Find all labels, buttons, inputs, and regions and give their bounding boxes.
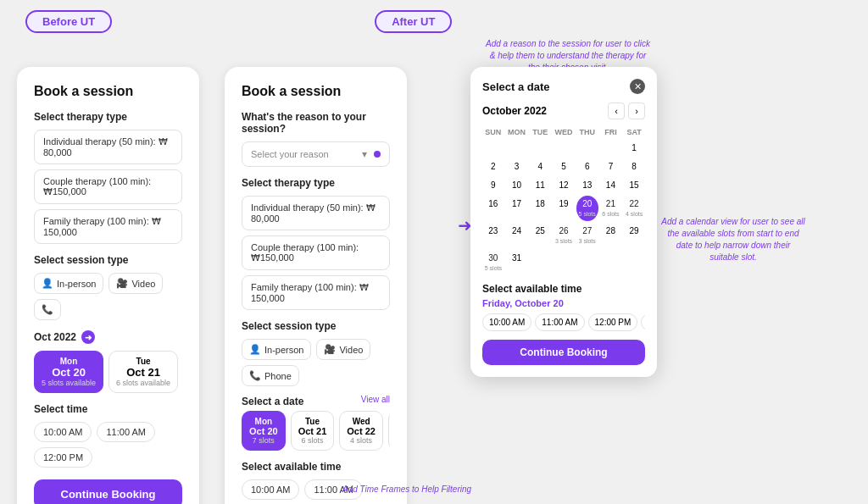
after-session-btn-phone[interactable]: 📞 Phone — [242, 365, 299, 386]
phone-icon: 📞 — [249, 370, 261, 381]
after-therapy-1[interactable]: Couple therapy (100 min): ₩150,000 — [242, 235, 390, 270]
after-session-label: Select session type — [242, 320, 390, 332]
after-time-btn-0[interactable]: 10:00 AM — [242, 479, 299, 500]
chevron-down-icon: ▾ — [362, 148, 367, 160]
therapy-option-1[interactable]: Couple therapy (100 min): ₩150,000 — [34, 169, 182, 204]
before-session-label: Select session type — [34, 254, 182, 266]
cal-day-11[interactable]: 11 — [529, 177, 551, 194]
before-date-scroll: Mon Oct 20 5 slots available Tue Oct 21 … — [34, 351, 182, 393]
cal-day-6[interactable]: 6 — [576, 158, 598, 175]
after-reason-label: What's the reason to your session? — [242, 111, 390, 135]
date-card-1[interactable]: Tue Oct 21 6 slots available — [108, 351, 178, 393]
after-date-card-2[interactable]: Wed Oct 22 4 slots — [339, 411, 383, 451]
cal-day-31[interactable]: 31 — [506, 250, 528, 275]
date-card-0[interactable]: Mon Oct 20 5 slots available — [34, 351, 103, 393]
before-panel-title: Book a session — [34, 84, 182, 99]
before-continue-button[interactable]: Continue Booking — [34, 479, 182, 504]
calendar-close-button[interactable]: ✕ — [630, 79, 645, 94]
calendar-continue-button[interactable]: Continue Booking — [482, 340, 645, 365]
calendar-prev-button[interactable]: ‹ — [608, 102, 625, 119]
before-time-row: 10:00 AM 11:00 AM 12:00 PM — [34, 422, 182, 468]
cal-day-3[interactable]: 3 — [506, 158, 528, 175]
time-btn-0[interactable]: 10:00 AM — [34, 422, 92, 442]
dow-sun: SUN — [482, 126, 504, 138]
cal-day-8[interactable]: 8 — [623, 158, 645, 175]
after-session-btn-inperson[interactable]: 👤 In-person — [242, 339, 311, 360]
before-date-header: Oct 2022 ➜ — [34, 330, 182, 344]
time-btn-2[interactable]: 12:00 PM — [34, 447, 92, 468]
after-therapy-0[interactable]: Individual therapy (50 min): ₩ 80,000 — [242, 196, 390, 230]
after-ut-label: After UT — [375, 10, 452, 33]
cal-day-24[interactable]: 24 — [506, 223, 528, 248]
phone-icon: 📞 — [42, 304, 53, 315]
after-therapy-2[interactable]: Family therapy (100 min): ₩ 150,000 — [242, 275, 390, 310]
cal-day-2[interactable]: 2 — [482, 158, 504, 175]
calendar-header: Select a date ✕ — [482, 79, 645, 94]
annotation-right: Add a calendar view for user to see all … — [661, 216, 805, 263]
cal-day-27[interactable]: 27 3 slots — [576, 223, 598, 248]
before-panel: Book a session Select therapy type Indiv… — [17, 67, 199, 504]
therapy-option-2[interactable]: Family therapy (100 min): ₩ 150,000 — [34, 209, 182, 244]
cal-day-21[interactable]: 21 6 slots — [600, 196, 622, 221]
after-time-label: Select available time — [242, 461, 390, 473]
before-ut-label: Before UT — [25, 10, 112, 33]
time-btn-1[interactable]: 11:00 AM — [97, 422, 154, 442]
before-session-types: 👤 In-person 🎥 Video 📞 — [34, 273, 182, 320]
after-therapy-label: Select therapy type — [242, 177, 390, 189]
after-date-card-0[interactable]: Mon Oct 20 7 slots — [242, 411, 286, 451]
reason-placeholder: Select your reason — [251, 149, 329, 159]
calendar-month: October 2022 — [482, 105, 547, 117]
video-icon: 🎥 — [324, 344, 336, 355]
cal-day-23[interactable]: 23 — [482, 223, 504, 248]
before-month-nav[interactable]: ➜ — [81, 330, 95, 344]
cal-day-26[interactable]: 26 3 slots — [553, 223, 575, 248]
cal-day-9[interactable]: 9 — [482, 177, 504, 194]
cal-day-18[interactable]: 18 — [529, 196, 551, 221]
person-icon: 👤 — [249, 344, 261, 355]
cal-time-btn-2[interactable]: 12:00 PM — [588, 313, 638, 331]
calendar-next-button[interactable]: › — [628, 102, 645, 119]
cal-day-5[interactable]: 5 — [553, 158, 575, 175]
before-month-label: Oct 2022 — [34, 331, 76, 343]
cal-empty — [506, 140, 528, 157]
after-session-btn-video[interactable]: 🎥 Video — [316, 339, 370, 360]
cal-day-7[interactable]: 7 — [600, 158, 622, 175]
cal-time-btn-1[interactable]: 11:00 AM — [535, 313, 584, 331]
cal-day-25[interactable]: 25 — [529, 223, 551, 248]
cal-time-btn-3[interactable]: 01 — [641, 313, 645, 331]
cal-day-14[interactable]: 14 — [600, 177, 622, 194]
session-btn-phone[interactable]: 📞 — [34, 299, 61, 320]
session-btn-inperson[interactable]: 👤 In-person — [34, 273, 103, 294]
calendar-nav: October 2022 ‹ › — [482, 102, 645, 119]
cal-day-16[interactable]: 16 — [482, 196, 504, 221]
cal-day-28[interactable]: 28 — [600, 223, 622, 248]
therapy-option-0[interactable]: Individual therapy (50 min): ₩ 80,000 — [34, 130, 182, 164]
cal-time-row: 10:00 AM 11:00 AM 12:00 PM 01 — [482, 313, 645, 331]
dow-thu: THU — [576, 126, 598, 138]
cal-time-btn-0[interactable]: 10:00 AM — [482, 313, 531, 331]
dow-fri: FRI — [600, 126, 622, 138]
cal-empty — [576, 140, 598, 157]
cal-empty — [600, 140, 622, 157]
cal-day-1[interactable]: 1 — [623, 140, 645, 157]
cal-day-19[interactable]: 19 — [553, 196, 575, 221]
reason-select[interactable]: Select your reason ▾ — [242, 141, 390, 167]
cal-day-22[interactable]: 22 4 slots — [623, 196, 645, 221]
person-icon: 👤 — [42, 278, 53, 289]
session-btn-video[interactable]: 🎥 Video — [108, 273, 163, 294]
dow-tue: TUE — [529, 126, 551, 138]
cal-day-17[interactable]: 17 — [506, 196, 528, 221]
cal-day-4[interactable]: 4 — [529, 158, 551, 175]
after-date-card-3[interactable]: Thu Oct 23 3 slots — [388, 411, 390, 451]
after-date-card-1[interactable]: Tue Oct 21 6 slots — [291, 411, 335, 451]
cal-day-10[interactable]: 10 — [506, 177, 528, 194]
cal-day-20[interactable]: 20 5 slots — [576, 196, 598, 221]
dow-wed: WED — [553, 126, 575, 138]
cal-day-15[interactable]: 15 — [623, 177, 645, 194]
cal-day-13[interactable]: 13 — [576, 177, 598, 194]
after-date-scroll: Mon Oct 20 7 slots Tue Oct 21 6 slots We… — [242, 411, 390, 451]
cal-day-29[interactable]: 29 — [623, 223, 645, 248]
view-all-link[interactable]: View all — [361, 395, 390, 404]
cal-day-30[interactable]: 30 5 slots — [482, 250, 504, 275]
cal-day-12[interactable]: 12 — [553, 177, 575, 194]
